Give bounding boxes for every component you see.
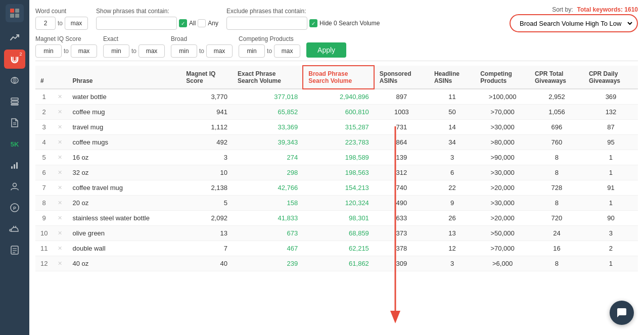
cell-cpr-daily: 87	[584, 120, 638, 135]
word-count-label: Word count	[35, 8, 88, 15]
any-label: Any	[208, 20, 218, 27]
cell-magnet: 2,092	[181, 211, 233, 226]
cell-exact: 39,343	[233, 135, 303, 150]
cell-remove[interactable]: ✕	[53, 211, 67, 226]
cell-sponsored: 740	[374, 180, 429, 196]
table-row: 4 ✕ coffee mugs 492 39,343 223,783 864 3…	[35, 135, 638, 150]
results-table: # Phrase Magnet IQScore Exact PhraseSear…	[35, 65, 638, 271]
sidebar-item-checklist[interactable]	[4, 241, 25, 260]
svg-rect-8	[11, 98, 18, 100]
cell-sponsored: 309	[374, 256, 429, 271]
cell-remove[interactable]: ✕	[53, 256, 67, 271]
cell-sponsored: 864	[374, 135, 429, 150]
svg-rect-3	[15, 14, 19, 18]
cell-num: 11	[35, 241, 53, 256]
hide-zero-checkbox[interactable]: ✓	[309, 19, 317, 27]
svg-rect-1	[15, 9, 19, 13]
sidebar-badge: 2	[17, 51, 24, 58]
broad-min[interactable]	[171, 44, 197, 58]
cell-headline: 12	[429, 241, 475, 256]
cell-competing: >6,000	[475, 256, 530, 271]
word-count-from[interactable]	[35, 17, 56, 30]
cell-remove[interactable]: ✕	[53, 89, 67, 105]
cell-phrase: olive green	[67, 226, 181, 241]
magnet-label: Magnet IQ Score	[35, 35, 97, 42]
th-cpr-total: CPR TotalGiveaways	[530, 66, 584, 89]
cell-num: 2	[35, 105, 53, 120]
show-phrases-input[interactable]	[96, 17, 177, 30]
chat-button[interactable]	[610, 301, 634, 325]
competing-max[interactable]	[274, 44, 300, 58]
cell-phrase: 40 oz	[67, 256, 181, 271]
cell-sponsored: 731	[374, 120, 429, 135]
sidebar-logo[interactable]	[6, 4, 24, 22]
cell-remove[interactable]: ✕	[53, 135, 67, 150]
cell-magnet: 10	[181, 165, 233, 180]
cell-exact: 239	[233, 256, 303, 271]
sidebar-item-teapot[interactable]	[4, 219, 25, 238]
svg-rect-13	[11, 166, 13, 169]
magnet-max[interactable]	[71, 44, 97, 58]
word-count-to[interactable]	[65, 17, 88, 30]
all-checkbox-item[interactable]: ✓ All	[179, 19, 196, 27]
th-broad-phrase: Broad PhraseSearch Volume	[303, 66, 374, 89]
sidebar-item-doc[interactable]	[4, 113, 25, 132]
exact-min[interactable]	[103, 44, 129, 58]
any-checkbox[interactable]	[198, 19, 206, 27]
svg-rect-2	[10, 14, 14, 18]
cell-remove[interactable]: ✕	[53, 165, 67, 180]
word-count-inputs: to	[35, 17, 88, 30]
th-num: #	[35, 66, 53, 89]
sidebar-item-5k[interactable]: 5K	[4, 134, 25, 154]
broad-max[interactable]	[206, 44, 233, 58]
sidebar-item-chart[interactable]	[4, 156, 25, 175]
cell-cpr-daily: 2	[584, 241, 638, 256]
competing-min[interactable]	[239, 44, 265, 58]
cell-exact: 158	[233, 196, 303, 211]
hide-zero-label: Hide 0 Search Volume	[319, 20, 380, 27]
svg-rect-10	[11, 104, 18, 105]
exclude-inputs: ✓ Hide 0 Search Volume	[226, 17, 380, 30]
cell-magnet: 7	[181, 241, 233, 256]
sort-select[interactable]: Broad Search Volume High To Low Broad Se…	[514, 16, 634, 30]
cell-remove[interactable]: ✕	[53, 105, 67, 120]
sidebar-item-stack[interactable]	[4, 92, 25, 111]
cell-remove[interactable]: ✕	[53, 150, 67, 165]
cell-broad: 198,563	[303, 165, 374, 180]
cell-remove[interactable]: ✕	[53, 180, 67, 196]
cell-broad: 120,324	[303, 196, 374, 211]
sidebar-item-brain[interactable]	[4, 71, 25, 90]
sidebar-item-circle-p[interactable]: P	[4, 198, 25, 217]
sidebar-item-trending[interactable]	[4, 28, 25, 47]
hide-zero-checkbox-item[interactable]: ✓ Hide 0 Search Volume	[309, 19, 380, 27]
filter-row-1: Word count to Show phrases that contain:…	[35, 5, 638, 32]
cell-sponsored: 373	[374, 226, 429, 241]
sidebar-item-magnet[interactable]: 2	[4, 50, 25, 69]
exact-max[interactable]	[139, 44, 165, 58]
filter-bar: Word count to Show phrases that contain:…	[35, 0, 638, 61]
magnet-min[interactable]	[35, 44, 62, 58]
cell-remove[interactable]: ✕	[53, 226, 67, 241]
cell-exact: 298	[233, 165, 303, 180]
apply-button[interactable]: Apply	[306, 42, 346, 58]
cell-phrase: stainless steel water bottle	[67, 211, 181, 226]
cell-num: 5	[35, 150, 53, 165]
cell-cpr-total: 16	[530, 241, 584, 256]
cell-sponsored: 378	[374, 241, 429, 256]
exclude-input[interactable]	[226, 17, 307, 30]
any-checkbox-item[interactable]: Any	[198, 19, 218, 27]
sidebar-item-person[interactable]	[4, 177, 25, 196]
cell-broad: 223,783	[303, 135, 374, 150]
magnet-inputs: to	[35, 44, 97, 58]
cell-phrase: water bottle	[67, 89, 181, 105]
all-checkbox[interactable]: ✓	[179, 19, 187, 27]
cell-remove[interactable]: ✕	[53, 196, 67, 211]
word-count-filter: Word count to	[35, 8, 88, 30]
cell-cpr-total: 8	[530, 165, 584, 180]
th-magnet-iq: Magnet IQScore	[181, 66, 233, 89]
cell-broad: 600,810	[303, 105, 374, 120]
cell-remove[interactable]: ✕	[53, 120, 67, 135]
cell-remove[interactable]: ✕	[53, 241, 67, 256]
cell-num: 4	[35, 135, 53, 150]
th-competing: CompetingProducts	[475, 66, 530, 89]
